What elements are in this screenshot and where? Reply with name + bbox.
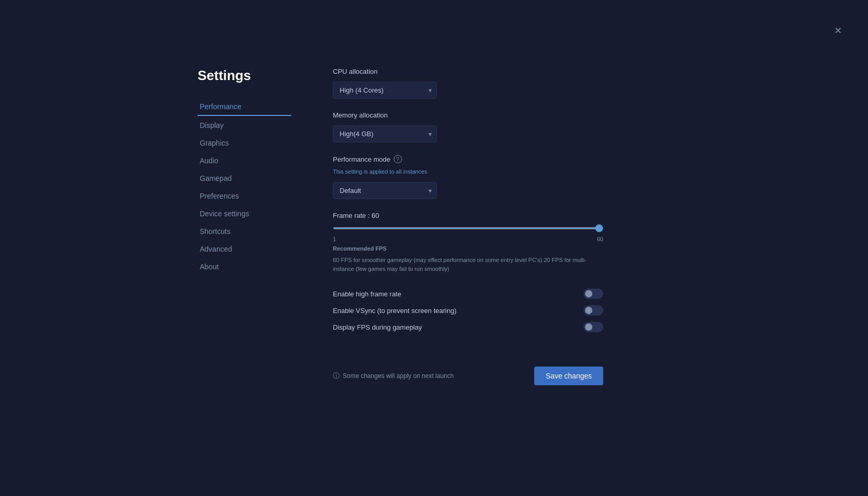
cpu-allocation-section: CPU allocation High (4 Cores) Medium (2 … [333, 68, 603, 99]
sidebar-item-about[interactable]: About [198, 258, 291, 275]
toggle-slider-display-fps [584, 322, 603, 332]
footer-note-text: Some changes will apply on next launch [343, 372, 454, 380]
sidebar-item-preferences[interactable]: Preferences [198, 188, 291, 204]
slider-max-label: 60 [597, 236, 603, 242]
sidebar-item-shortcuts[interactable]: Shortcuts [198, 223, 291, 240]
performance-mode-select-wrapper: Default High Low [333, 182, 437, 199]
page-title: Settings [198, 68, 291, 84]
toggle-row-vsync: Enable VSync (to prevent screen tearing) [333, 302, 603, 319]
toggle-row-high-frame-rate: Enable high frame rate [333, 285, 603, 302]
memory-allocation-select-wrapper: High(4 GB) Medium(2 GB) Low(1 GB) [333, 125, 437, 142]
frame-rate-slider[interactable] [333, 227, 603, 229]
frame-rate-label: Frame rate : 60 [333, 212, 603, 219]
cpu-allocation-label: CPU allocation [333, 68, 603, 75]
save-changes-button[interactable]: Save changes [534, 367, 603, 385]
memory-allocation-label: Memory allocation [333, 111, 603, 119]
footer-row: ⓘ Some changes will apply on next launch… [333, 358, 603, 385]
sidebar-item-device-settings[interactable]: Device settings [198, 205, 291, 222]
toggle-row-display-fps: Display FPS during gameplay [333, 319, 603, 335]
toggle-display-fps[interactable] [584, 322, 603, 332]
settings-container: Settings Performance Display Graphics Au… [198, 68, 603, 385]
sidebar-item-gamepad[interactable]: Gamepad [198, 170, 291, 187]
performance-mode-section: Performance mode ? This setting is appli… [333, 155, 603, 199]
toggle-high-frame-rate[interactable] [584, 289, 603, 299]
toggle-label-high-frame-rate: Enable high frame rate [333, 290, 401, 298]
performance-mode-header: Performance mode ? [333, 155, 603, 163]
frame-rate-section: Frame rate : 60 1 60 Recommended FPS 60 … [333, 212, 603, 273]
sidebar-item-audio[interactable]: Audio [198, 152, 291, 169]
fps-note: 60 FPS for smoother gameplay (may effect… [333, 256, 603, 273]
toggle-vsync[interactable] [584, 305, 603, 316]
sidebar: Settings Performance Display Graphics Au… [198, 68, 291, 385]
performance-mode-select[interactable]: Default High Low [333, 182, 437, 199]
performance-mode-subtitle: This setting is applied to all instances [333, 168, 603, 175]
sidebar-item-performance[interactable]: Performance [198, 98, 291, 116]
help-icon[interactable]: ? [394, 155, 402, 163]
slider-min-label: 1 [333, 236, 336, 242]
sidebar-item-graphics[interactable]: Graphics [198, 135, 291, 151]
slider-range-labels: 1 60 [333, 236, 603, 242]
slider-container [333, 223, 603, 231]
toggle-slider-high-frame-rate [584, 289, 603, 299]
sidebar-item-advanced[interactable]: Advanced [198, 241, 291, 257]
cpu-allocation-select-wrapper: High (4 Cores) Medium (2 Cores) Low (1 C… [333, 82, 437, 99]
footer-note: ⓘ Some changes will apply on next launch [333, 371, 454, 381]
toggle-label-display-fps: Display FPS during gameplay [333, 323, 422, 331]
toggle-slider-vsync [584, 305, 603, 316]
performance-mode-label: Performance mode [333, 155, 391, 163]
fps-note-title: Recommended FPS [333, 245, 603, 252]
toggles-section: Enable high frame rate Enable VSync (to … [333, 285, 603, 335]
memory-allocation-select[interactable]: High(4 GB) Medium(2 GB) Low(1 GB) [333, 125, 437, 142]
toggle-label-vsync: Enable VSync (to prevent screen tearing) [333, 307, 457, 315]
sidebar-nav: Performance Display Graphics Audio Gamep… [198, 98, 291, 275]
sidebar-item-display[interactable]: Display [198, 117, 291, 134]
cpu-allocation-select[interactable]: High (4 Cores) Medium (2 Cores) Low (1 C… [333, 82, 437, 99]
memory-allocation-section: Memory allocation High(4 GB) Medium(2 GB… [333, 111, 603, 142]
content-panel: CPU allocation High (4 Cores) Medium (2 … [333, 68, 603, 385]
close-button[interactable]: ✕ [834, 26, 842, 35]
info-icon: ⓘ [333, 371, 340, 381]
